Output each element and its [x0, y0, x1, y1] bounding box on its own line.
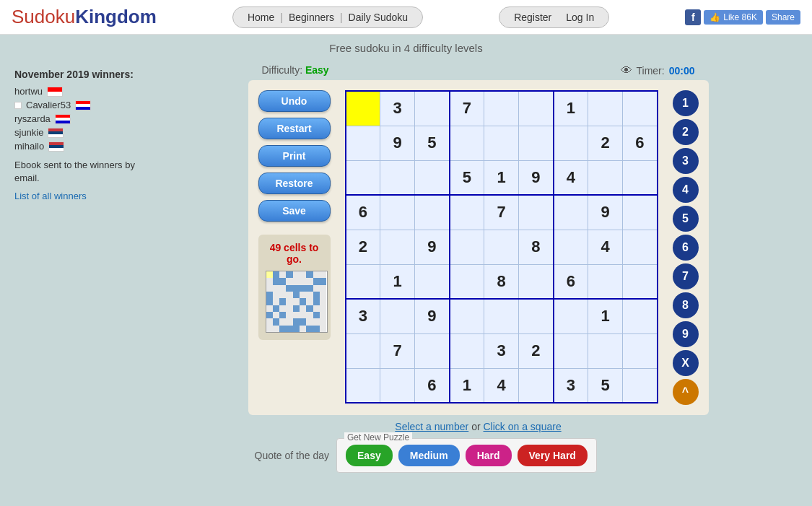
grid-cell[interactable]: 2	[519, 333, 554, 368]
grid-cell[interactable]	[519, 299, 554, 333]
grid-cell[interactable]	[588, 160, 623, 195]
grid-cell[interactable]	[380, 195, 415, 230]
grid-cell[interactable]: 9	[519, 160, 554, 195]
grid-cell[interactable]: 1	[484, 160, 519, 195]
grid-cell[interactable]	[623, 91, 658, 126]
grid-cell[interactable]: 3	[554, 368, 588, 403]
grid-cell[interactable]	[519, 126, 554, 160]
medium-button[interactable]: Medium	[398, 445, 460, 466]
grid-cell[interactable]	[623, 333, 658, 368]
grid-cell[interactable]	[588, 333, 623, 368]
grid-cell[interactable]	[346, 368, 380, 403]
grid-cell[interactable]: 6	[346, 195, 380, 230]
grid-cell[interactable]	[346, 91, 380, 126]
grid-cell[interactable]	[380, 160, 415, 195]
grid-cell[interactable]	[554, 126, 588, 160]
grid-cell[interactable]: 8	[519, 230, 554, 264]
grid-cell[interactable]: 9	[380, 126, 415, 160]
nav-home[interactable]: Home	[242, 10, 280, 25]
fb-like-button[interactable]: 👍 Like 86K	[704, 10, 763, 25]
grid-cell[interactable]	[623, 264, 658, 299]
grid-cell[interactable]	[623, 368, 658, 403]
grid-cell[interactable]	[519, 264, 554, 299]
register-link[interactable]: Register	[508, 10, 557, 25]
grid-cell[interactable]	[554, 195, 588, 230]
grid-cell[interactable]	[415, 160, 450, 195]
save-button[interactable]: Save	[258, 200, 331, 222]
grid-cell[interactable]	[415, 264, 450, 299]
grid-cell[interactable]: 7	[450, 91, 484, 126]
grid-cell[interactable]: 3	[380, 91, 415, 126]
hard-button[interactable]: Hard	[466, 445, 512, 466]
grid-cell[interactable]	[623, 299, 658, 333]
nav-daily[interactable]: Daily Sudoku	[343, 10, 414, 25]
grid-cell[interactable]	[415, 195, 450, 230]
all-winners-link[interactable]: List of all winners	[14, 191, 144, 201]
grid-cell[interactable]: 1	[554, 91, 588, 126]
grid-cell[interactable]	[450, 230, 484, 264]
num-btn-9[interactable]: 9	[673, 321, 699, 347]
grid-cell[interactable]	[484, 91, 519, 126]
very-hard-button[interactable]: Very Hard	[518, 445, 588, 466]
grid-cell[interactable]: 5	[588, 368, 623, 403]
grid-cell[interactable]: 9	[588, 195, 623, 230]
click-square-link[interactable]: Click on a square	[484, 421, 562, 432]
grid-cell[interactable]: 9	[415, 230, 450, 264]
grid-cell[interactable]	[346, 160, 380, 195]
grid-cell[interactable]	[450, 126, 484, 160]
grid-cell[interactable]: 1	[588, 299, 623, 333]
grid-cell[interactable]	[415, 91, 450, 126]
num-btn-5[interactable]: 5	[673, 206, 699, 232]
num-btn-7[interactable]: 7	[673, 263, 699, 289]
grid-cell[interactable]	[484, 230, 519, 264]
grid-cell[interactable]	[346, 333, 380, 368]
grid-cell[interactable]: 2	[346, 230, 380, 264]
grid-cell[interactable]	[623, 230, 658, 264]
grid-cell[interactable]: 3	[484, 333, 519, 368]
restart-button[interactable]: Restart	[258, 118, 331, 139]
grid-cell[interactable]	[623, 160, 658, 195]
restore-button[interactable]: Restore	[258, 173, 331, 194]
grid-cell[interactable]: 3	[346, 299, 380, 333]
grid-cell[interactable]: 5	[415, 126, 450, 160]
grid-cell[interactable]	[519, 195, 554, 230]
grid-cell[interactable]: 7	[380, 333, 415, 368]
grid-cell[interactable]: 8	[484, 264, 519, 299]
grid-cell[interactable]	[450, 299, 484, 333]
num-btn-8[interactable]: 8	[673, 292, 699, 318]
login-link[interactable]: Log In	[560, 10, 600, 25]
print-button[interactable]: Print	[258, 145, 331, 167]
fb-share-button[interactable]: Share	[766, 10, 800, 25]
grid-cell[interactable]	[415, 333, 450, 368]
grid-cell[interactable]	[484, 299, 519, 333]
grid-cell[interactable]	[554, 230, 588, 264]
grid-cell[interactable]	[588, 264, 623, 299]
grid-cell[interactable]	[519, 91, 554, 126]
grid-cell[interactable]: 6	[415, 368, 450, 403]
grid-cell[interactable]: 6	[554, 264, 588, 299]
grid-cell[interactable]: 6	[623, 126, 658, 160]
grid-cell[interactable]: 2	[588, 126, 623, 160]
grid-cell[interactable]	[519, 368, 554, 403]
grid-cell[interactable]	[450, 333, 484, 368]
grid-cell[interactable]	[588, 91, 623, 126]
num-btn-6[interactable]: 6	[673, 235, 699, 261]
grid-cell[interactable]: 7	[484, 195, 519, 230]
num-btn-3[interactable]: 3	[673, 148, 699, 174]
sudoku-grid[interactable]: 37195265194679298418639173261435	[345, 90, 658, 404]
undo-button[interactable]: Undo	[258, 90, 331, 112]
hint-button[interactable]: ^	[673, 379, 699, 405]
grid-cell[interactable]	[623, 195, 658, 230]
num-btn-2[interactable]: 2	[673, 119, 699, 145]
grid-cell[interactable]: 4	[554, 160, 588, 195]
grid-cell[interactable]	[346, 126, 380, 160]
num-btn-4[interactable]: 4	[673, 177, 699, 203]
num-btn-1[interactable]: 1	[673, 90, 699, 116]
grid-cell[interactable]	[450, 264, 484, 299]
grid-cell[interactable]: 4	[588, 230, 623, 264]
select-number-link[interactable]: Select a number	[395, 421, 468, 432]
easy-button[interactable]: Easy	[346, 445, 393, 466]
grid-cell[interactable]	[554, 333, 588, 368]
grid-cell[interactable]	[380, 299, 415, 333]
grid-cell[interactable]: 9	[415, 299, 450, 333]
